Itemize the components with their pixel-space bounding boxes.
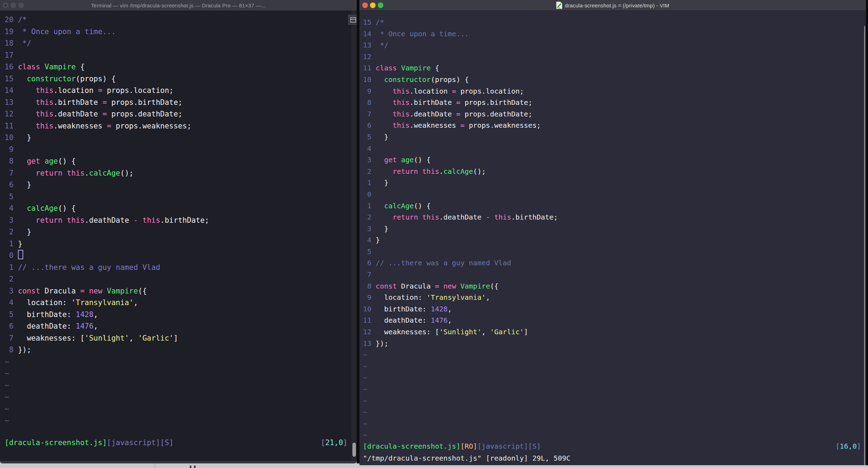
window-title: Terminal — vim /tmp/dracula-screenshot.j…	[91, 2, 266, 8]
code-line: 14 this.location = props.location;	[5, 85, 357, 97]
code-token: }	[376, 236, 380, 244]
code-token: =	[435, 282, 439, 290]
code-token: constructor	[27, 75, 76, 83]
tilde-marker: ~	[363, 431, 367, 439]
code-token: [RO]	[460, 442, 477, 450]
code-token	[376, 202, 384, 210]
window-title: dracula-screenshot.js = (/private/tmp) -…	[565, 2, 669, 8]
scrollbar-thumb[interactable]	[352, 443, 356, 457]
code-line: 20/*	[5, 14, 357, 26]
code-token: this	[392, 98, 409, 107]
code-token: .deathDate	[439, 213, 486, 221]
code-token: }	[18, 228, 31, 236]
code-token: ();	[120, 169, 134, 177]
code-line: 10 birthDate: 1428,	[363, 303, 866, 315]
code-token	[490, 213, 494, 221]
code-token	[18, 204, 27, 213]
code-token: ]	[343, 438, 347, 447]
code-token: weaknesses: [	[376, 328, 439, 336]
code-line: 3 }	[363, 223, 866, 235]
code-token: * Once upon a time...	[376, 30, 469, 38]
code-token: ,	[481, 328, 490, 336]
code-token: return	[36, 169, 63, 177]
code-token: 1428	[76, 310, 94, 319]
code-token: 'Sunlight'	[439, 328, 481, 336]
code-token	[18, 75, 27, 83]
code-token: -	[134, 216, 138, 224]
code-token: .weaknesses	[409, 121, 460, 129]
close-button-icon[interactable]	[362, 2, 368, 8]
tilde-marker: ~	[363, 373, 367, 382]
line-number: 16	[5, 61, 13, 73]
macvim-titlebar[interactable]: JS dracula-screenshot.js = (/private/tmp…	[359, 0, 866, 11]
code-token: weaknesses: [	[18, 334, 85, 342]
code-line: 9 location: 'Transylvania',	[363, 292, 866, 303]
code-line: 10 constructor(props) {	[363, 74, 866, 86]
code-token: [javascript][S]	[107, 438, 174, 447]
code-token: .birthDate;	[160, 216, 209, 224]
code-token: .birthDate	[409, 98, 456, 107]
line-number: 11	[363, 62, 371, 74]
code-token: [	[836, 442, 840, 450]
scrollbar-track[interactable]	[351, 11, 357, 461]
vim-buffer-right[interactable]: 15/*14 * Once upon a time...13 */1211cla…	[359, 17, 866, 441]
code-line: 7 return this.calcAge();	[5, 167, 357, 179]
code-token: }	[376, 178, 388, 187]
zoom-button-icon[interactable]	[18, 2, 24, 8]
code-token	[138, 216, 142, 224]
code-line: 5	[5, 191, 357, 203]
code-token: 'Transylvania'	[71, 298, 134, 307]
line-number: 1	[363, 177, 371, 189]
code-token: ]	[173, 334, 178, 342]
line-number: 20	[5, 14, 13, 26]
code-line: 19 * Once upon a time...	[5, 26, 357, 38]
code-token: }	[376, 133, 388, 141]
code-token: 1476	[76, 322, 94, 330]
tilde-line: ~	[363, 384, 866, 395]
tilde-marker: ~	[5, 393, 9, 401]
close-button-icon[interactable]	[3, 2, 8, 8]
code-token: this	[142, 216, 160, 224]
code-line: 4 location: 'Transylvania',	[5, 297, 357, 309]
line-number: 4	[5, 203, 13, 215]
line-number: 12	[363, 326, 371, 338]
vim-command-line: "/tmp/dracula-screenshot.js" [readonly] …	[363, 454, 570, 462]
code-token: Vampire	[460, 282, 490, 290]
code-token	[18, 122, 36, 130]
code-token: this	[422, 167, 439, 176]
vim-buffer-left[interactable]: 20/*19 * Once upon a time...18 */1716cla…	[0, 14, 357, 427]
line-number: 10	[363, 303, 371, 315]
code-line: 8const Dracula = new Vampire({	[363, 280, 866, 292]
code-token	[376, 167, 392, 176]
code-token: 1428	[431, 305, 448, 313]
code-token	[40, 157, 45, 165]
code-token	[102, 287, 107, 295]
scrollbar-thumb[interactable]	[864, 26, 865, 465]
code-token: props.weaknesses;	[111, 122, 191, 130]
terminal-titlebar[interactable]: Terminal — vim /tmp/dracula-screenshot.j…	[0, 0, 357, 11]
terminal-window: Terminal — vim /tmp/dracula-screenshot.j…	[0, 0, 357, 463]
code-line: 3 get age() {	[363, 154, 866, 166]
code-token: =	[102, 98, 107, 107]
code-line: 12	[363, 51, 866, 63]
code-token: Vampire	[45, 63, 76, 71]
line-number: 17	[5, 50, 13, 62]
line-number: 7	[5, 333, 13, 344]
code-line: 9 this.location = props.location;	[363, 86, 866, 97]
tilde-line: ~	[363, 395, 866, 407]
minimize-button-icon[interactable]	[11, 2, 16, 8]
code-token: deathDate:	[18, 322, 76, 330]
code-token: 'Sunlight'	[85, 334, 129, 342]
line-number: 5	[363, 131, 371, 143]
zoom-button-icon[interactable]	[378, 2, 383, 8]
code-line: 11class Vampire {	[363, 62, 866, 74]
code-token: this	[36, 98, 54, 107]
line-number: 2	[363, 211, 371, 223]
code-token: () {	[58, 157, 76, 165]
code-line: 5	[363, 246, 866, 258]
minimize-button-icon[interactable]	[370, 2, 376, 8]
code-line: 13 */	[363, 39, 866, 51]
tilde-line: ~	[363, 361, 866, 372]
code-token: Vampire	[401, 64, 430, 72]
tilde-marker: ~	[5, 405, 9, 413]
